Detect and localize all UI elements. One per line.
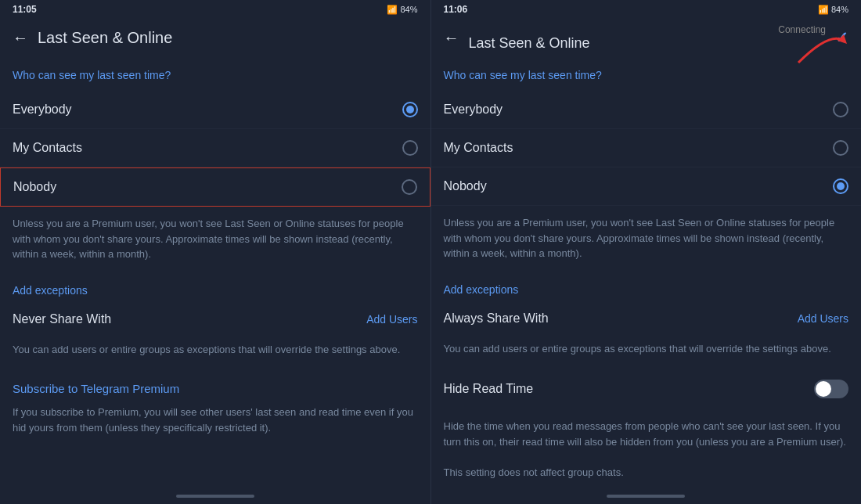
left-status-bar: 11:05 📶 84%: [0, 0, 430, 19]
right-back-arrow[interactable]: ←: [444, 29, 459, 47]
right-title-area: Connecting Last Seen & Online: [469, 24, 827, 52]
left-mycontacts-label: My Contacts: [13, 141, 82, 155]
right-option-mycontacts[interactable]: My Contacts: [431, 129, 862, 167]
right-hide-read-info: Hide the time when you read messages fro…: [431, 409, 862, 488]
right-mycontacts-label: My Contacts: [444, 141, 513, 155]
right-radio-everybody[interactable]: [833, 102, 848, 117]
left-share-info: You can add users or entire groups as ex…: [0, 336, 430, 370]
right-battery: 84%: [831, 5, 848, 14]
check-mark-icon: ✓: [835, 28, 848, 47]
right-always-share-label: Always Share With: [444, 311, 549, 326]
right-connecting-text: Connecting: [469, 24, 827, 35]
left-everybody-label: Everybody: [13, 103, 72, 117]
right-home-indicator: [607, 495, 685, 498]
signal-icon: 📶: [387, 5, 398, 15]
left-premium-info: If you subscribe to Premium, you will se…: [0, 401, 430, 448]
left-option-nobody[interactable]: Nobody: [0, 167, 430, 207]
toggle-knob: [816, 381, 831, 397]
left-option-mycontacts[interactable]: My Contacts: [0, 129, 430, 167]
right-info-text: Unless you are a Premium user, you won't…: [431, 206, 862, 271]
right-radio-nobody[interactable]: [833, 178, 848, 194]
left-share-row: Never Share With Add Users: [0, 303, 430, 336]
left-premium-link[interactable]: Subscribe to Telegram Premium: [0, 369, 430, 401]
left-exceptions-label: Add exceptions: [0, 272, 430, 303]
right-add-users-btn[interactable]: Add Users: [798, 312, 848, 325]
left-status-time: 11:05: [13, 4, 37, 15]
right-status-time: 11:06: [444, 4, 468, 15]
right-page-title: Last Seen & Online: [469, 35, 827, 52]
left-option-everybody[interactable]: Everybody: [0, 91, 430, 129]
left-radio-everybody[interactable]: [402, 102, 418, 117]
left-page-title: Last Seen & Online: [38, 29, 418, 47]
left-radio-mycontacts[interactable]: [402, 140, 418, 156]
left-content: Who can see my last seen time? Everybody…: [0, 56, 430, 488]
right-share-row: Always Share With Add Users: [431, 302, 862, 335]
left-section-label: Who can see my last seen time?: [0, 56, 430, 91]
right-nobody-label: Nobody: [444, 179, 487, 193]
left-home-indicator: [176, 495, 254, 498]
hide-read-time-toggle[interactable]: [814, 380, 848, 398]
left-nobody-label: Nobody: [13, 180, 56, 194]
left-info-text: Unless you are a Premium user, you won't…: [0, 207, 430, 272]
right-option-everybody[interactable]: Everybody: [431, 91, 862, 129]
right-everybody-label: Everybody: [444, 103, 503, 117]
right-exceptions-label: Add exceptions: [431, 271, 862, 302]
left-add-users-btn[interactable]: Add Users: [366, 313, 417, 326]
right-option-nobody[interactable]: Nobody: [431, 167, 862, 206]
left-top-bar: ← Last Seen & Online: [0, 19, 430, 56]
hide-read-time-label: Hide Read Time: [444, 382, 534, 396]
right-section-label: Who can see my last seen time?: [431, 56, 862, 91]
right-signal-icon: 📶: [818, 5, 829, 15]
right-bottom-bar: [431, 488, 862, 504]
right-status-icons: 📶 84%: [818, 5, 848, 15]
right-status-bar: 11:06 📶 84%: [431, 0, 862, 19]
right-share-info: You can add users or entire groups as ex…: [431, 335, 862, 369]
right-panel: 11:06 📶 84% ← Connecting Last Seen & Onl…: [431, 0, 862, 504]
left-back-arrow[interactable]: ←: [13, 29, 28, 47]
right-top-bar: ← Connecting Last Seen & Online ✓: [431, 19, 862, 56]
left-never-share-label: Never Share With: [13, 312, 111, 326]
left-battery: 84%: [400, 5, 417, 14]
left-status-icons: 📶 84%: [387, 5, 417, 15]
left-radio-nobody[interactable]: [402, 179, 417, 195]
hide-read-time-row: Hide Read Time: [431, 369, 862, 409]
right-radio-mycontacts[interactable]: [833, 140, 848, 156]
left-bottom-bar: [0, 488, 430, 504]
right-content: Who can see my last seen time? Everybody…: [431, 56, 862, 488]
left-panel: 11:05 📶 84% ← Last Seen & Online Who can…: [0, 0, 431, 504]
